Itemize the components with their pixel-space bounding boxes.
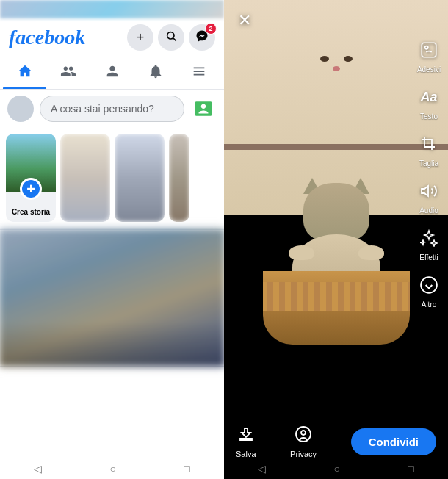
effects-icon — [416, 225, 442, 251]
story-bottom-bar: Salva Privacy Condividi — [224, 425, 448, 458]
messenger-button[interactable]: 2 — [189, 24, 215, 51]
navigation-tabs — [0, 54, 224, 90]
cat-basket — [263, 271, 410, 345]
android-nav-left: ◁ ○ □ — [0, 458, 224, 479]
privacy-label: Privacy — [290, 450, 317, 458]
story-card-1[interactable] — [60, 134, 110, 222]
facebook-logo: facebook — [9, 26, 85, 49]
cat-paw-right — [358, 245, 384, 260]
story-toolbar: Adesivi Aa Testo Taglia — [416, 37, 442, 309]
stickers-label: Adesivi — [417, 65, 441, 73]
post-image-overlay — [0, 322, 224, 366]
post-input[interactable]: A cosa stai pensando? — [40, 96, 184, 122]
left-panel: facebook + 2 — [0, 0, 224, 479]
create-story-plus-icon: + — [20, 178, 42, 200]
room-shelf — [224, 144, 448, 150]
close-icon: ✕ — [238, 11, 251, 30]
cat-illustration — [263, 154, 410, 345]
toolbar-audio[interactable]: Audio — [416, 178, 442, 215]
stickers-icon — [416, 37, 442, 63]
android-back-right[interactable]: ◁ — [258, 463, 266, 475]
messenger-badge: 2 — [205, 23, 217, 35]
story-card-2[interactable] — [115, 134, 165, 222]
privacy-icon — [295, 425, 312, 447]
search-button[interactable] — [158, 24, 184, 51]
crop-icon — [416, 131, 442, 157]
save-action[interactable]: Salva — [236, 425, 256, 458]
privacy-action[interactable]: Privacy — [290, 425, 317, 458]
photo-post-button[interactable] — [190, 96, 217, 122]
cat-paw-left — [289, 245, 314, 260]
stories-row: + Crea storia — [0, 128, 224, 225]
post-bar: A cosa stai pensando? — [0, 90, 224, 128]
tab-home[interactable] — [3, 54, 46, 89]
toolbar-more[interactable]: Altro — [416, 272, 442, 309]
toolbar-crop[interactable]: Taglia — [416, 131, 442, 168]
save-icon — [237, 425, 255, 447]
close-button[interactable]: ✕ — [233, 9, 256, 32]
svg-point-0 — [167, 32, 174, 38]
effects-label: Effetti — [419, 253, 438, 262]
android-back-left[interactable]: ◁ — [34, 463, 42, 475]
more-icon — [416, 272, 442, 298]
svg-point-3 — [425, 46, 428, 49]
cat-eye-right — [344, 56, 353, 62]
plus-icon: + — [137, 30, 145, 46]
audio-icon — [416, 178, 442, 204]
svg-point-6 — [296, 427, 311, 442]
tab-notifications[interactable] — [134, 54, 177, 89]
cat-eye-left — [320, 56, 329, 62]
toolbar-effects[interactable]: Effetti — [416, 225, 442, 262]
text-label: Testo — [420, 112, 438, 120]
svg-point-7 — [301, 431, 306, 435]
toolbar-text[interactable]: Aa Testo — [416, 84, 442, 120]
tab-friends[interactable] — [46, 54, 90, 89]
story-card-3[interactable] — [169, 134, 189, 222]
svg-line-1 — [173, 38, 176, 41]
post-image — [0, 230, 224, 366]
cat-head — [303, 183, 369, 242]
audio-label: Audio — [419, 206, 438, 215]
feed-post — [0, 229, 224, 367]
svg-rect-2 — [422, 43, 436, 57]
facebook-header: facebook + 2 — [0, 18, 224, 54]
add-button[interactable]: + — [127, 24, 153, 51]
android-nav-right: ◁ ○ □ — [224, 458, 448, 479]
tab-profile[interactable] — [90, 54, 134, 89]
right-panel: ✕ Adesivi Aa Testo — [224, 0, 448, 479]
save-label: Salva — [236, 450, 256, 458]
search-icon — [165, 30, 177, 46]
android-recent-right[interactable]: □ — [408, 463, 413, 475]
share-button[interactable]: Condividi — [351, 428, 436, 455]
header-icons: + 2 — [127, 24, 215, 51]
svg-point-5 — [421, 277, 437, 293]
cat-nose — [333, 66, 340, 71]
svg-marker-4 — [422, 186, 428, 196]
android-recent-left[interactable]: □ — [184, 463, 189, 475]
more-label: Altro — [422, 300, 437, 309]
android-home-right[interactable]: ○ — [334, 463, 340, 475]
create-story-card[interactable]: + Crea storia — [6, 134, 56, 222]
text-icon: Aa — [416, 84, 442, 110]
top-blurred-image — [0, 0, 224, 18]
tab-menu[interactable] — [178, 54, 221, 89]
toolbar-stickers[interactable]: Adesivi — [416, 37, 442, 73]
user-avatar — [7, 96, 34, 122]
crop-label: Taglia — [419, 159, 438, 168]
create-story-label: Crea storia — [6, 208, 56, 216]
android-home-left[interactable]: ○ — [110, 463, 116, 475]
